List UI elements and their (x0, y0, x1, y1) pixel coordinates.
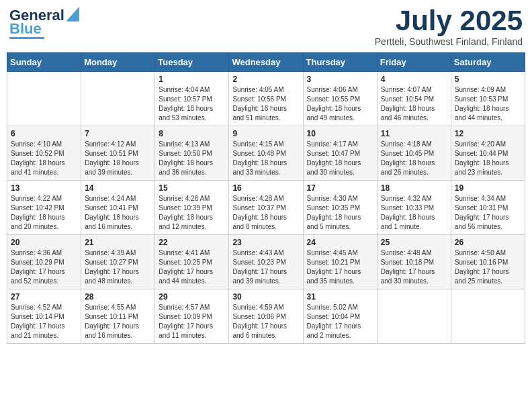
calendar-cell: 28Sunrise: 4:55 AM Sunset: 10:11 PM Dayl… (81, 289, 155, 344)
day-info: Sunrise: 4:22 AM Sunset: 10:42 PM Daylig… (11, 194, 77, 232)
day-number: 5 (455, 75, 521, 84)
day-info: Sunrise: 4:57 AM Sunset: 10:09 PM Daylig… (159, 303, 225, 340)
logo: General Blue (9, 7, 79, 39)
calendar-cell: 27Sunrise: 4:52 AM Sunset: 10:14 PM Dayl… (7, 289, 81, 344)
day-number: 15 (159, 183, 225, 193)
calendar-week-1: 1Sunrise: 4:04 AM Sunset: 10:57 PM Dayli… (7, 72, 525, 126)
day-number: 23 (232, 238, 299, 247)
calendar-cell: 14Sunrise: 4:24 AM Sunset: 10:41 PM Dayl… (81, 181, 155, 235)
column-header-tuesday: Tuesday (155, 53, 229, 72)
day-info: Sunrise: 4:12 AM Sunset: 10:51 PM Daylig… (85, 140, 151, 177)
day-info: Sunrise: 4:05 AM Sunset: 10:56 PM Daylig… (232, 85, 299, 123)
day-number: 10 (307, 129, 373, 138)
calendar-cell: 11Sunrise: 4:18 AM Sunset: 10:45 PM Dayl… (377, 126, 451, 181)
title-area: July 2025 Pertteli, Southwest Finland, F… (375, 7, 523, 47)
calendar-week-2: 6Sunrise: 4:10 AM Sunset: 10:52 PM Dayli… (7, 126, 525, 181)
calendar-cell: 12Sunrise: 4:20 AM Sunset: 10:44 PM Dayl… (451, 126, 525, 181)
calendar-cell (451, 289, 525, 344)
calendar-cell: 5Sunrise: 4:09 AM Sunset: 10:53 PM Dayli… (451, 72, 525, 126)
logo-blue-text: Blue (9, 21, 42, 36)
calendar-cell: 13Sunrise: 4:22 AM Sunset: 10:42 PM Dayl… (7, 181, 81, 235)
day-number: 28 (85, 292, 151, 302)
calendar-cell: 24Sunrise: 4:45 AM Sunset: 10:21 PM Dayl… (303, 235, 377, 289)
logo-line (9, 37, 44, 39)
day-number: 31 (307, 292, 373, 302)
calendar-cell: 20Sunrise: 4:36 AM Sunset: 10:29 PM Dayl… (7, 235, 81, 289)
day-number: 14 (85, 183, 151, 193)
calendar-cell (377, 289, 451, 344)
day-info: Sunrise: 4:32 AM Sunset: 10:33 PM Daylig… (381, 194, 447, 232)
svg-marker-0 (66, 7, 79, 21)
day-info: Sunrise: 4:39 AM Sunset: 10:27 PM Daylig… (85, 248, 151, 286)
day-info: Sunrise: 4:28 AM Sunset: 10:37 PM Daylig… (232, 194, 299, 232)
day-info: Sunrise: 4:36 AM Sunset: 10:29 PM Daylig… (11, 248, 77, 286)
day-info: Sunrise: 4:52 AM Sunset: 10:14 PM Daylig… (11, 303, 77, 340)
calendar-cell: 9Sunrise: 4:15 AM Sunset: 10:48 PM Dayli… (229, 126, 303, 181)
calendar-cell: 10Sunrise: 4:17 AM Sunset: 10:47 PM Dayl… (303, 126, 377, 181)
day-number: 13 (11, 183, 77, 193)
day-info: Sunrise: 5:02 AM Sunset: 10:04 PM Daylig… (307, 303, 373, 340)
day-number: 1 (159, 75, 225, 84)
calendar-cell: 18Sunrise: 4:32 AM Sunset: 10:33 PM Dayl… (377, 181, 451, 235)
calendar-cell: 17Sunrise: 4:30 AM Sunset: 10:35 PM Dayl… (303, 181, 377, 235)
day-number: 25 (381, 238, 447, 247)
calendar-cell: 1Sunrise: 4:04 AM Sunset: 10:57 PM Dayli… (155, 72, 229, 126)
month-title: July 2025 (375, 7, 523, 35)
day-number: 11 (381, 129, 447, 138)
calendar-cell: 22Sunrise: 4:41 AM Sunset: 10:25 PM Dayl… (155, 235, 229, 289)
day-number: 21 (85, 238, 151, 247)
day-info: Sunrise: 4:43 AM Sunset: 10:23 PM Daylig… (232, 248, 299, 286)
day-info: Sunrise: 4:41 AM Sunset: 10:25 PM Daylig… (159, 248, 225, 286)
location-subtitle: Pertteli, Southwest Finland, Finland (375, 36, 523, 47)
day-number: 26 (455, 238, 521, 247)
day-info: Sunrise: 4:07 AM Sunset: 10:54 PM Daylig… (381, 85, 447, 123)
calendar-week-3: 13Sunrise: 4:22 AM Sunset: 10:42 PM Dayl… (7, 181, 525, 235)
calendar-cell: 7Sunrise: 4:12 AM Sunset: 10:51 PM Dayli… (81, 126, 155, 181)
day-number: 24 (307, 238, 373, 247)
day-info: Sunrise: 4:30 AM Sunset: 10:35 PM Daylig… (307, 194, 373, 232)
day-info: Sunrise: 4:20 AM Sunset: 10:44 PM Daylig… (455, 140, 521, 177)
calendar-cell: 26Sunrise: 4:50 AM Sunset: 10:16 PM Dayl… (451, 235, 525, 289)
day-info: Sunrise: 4:18 AM Sunset: 10:45 PM Daylig… (381, 140, 447, 177)
day-number: 16 (232, 183, 299, 193)
day-info: Sunrise: 4:13 AM Sunset: 10:50 PM Daylig… (159, 140, 225, 177)
calendar-header-row: SundayMondayTuesdayWednesdayThursdayFrid… (7, 53, 525, 72)
column-header-thursday: Thursday (303, 53, 377, 72)
calendar-cell: 4Sunrise: 4:07 AM Sunset: 10:54 PM Dayli… (377, 72, 451, 126)
day-number: 12 (455, 129, 521, 138)
day-number: 2 (232, 75, 299, 84)
day-number: 29 (159, 292, 225, 302)
day-info: Sunrise: 4:15 AM Sunset: 10:48 PM Daylig… (232, 140, 299, 177)
column-header-sunday: Sunday (7, 53, 81, 72)
day-info: Sunrise: 4:34 AM Sunset: 10:31 PM Daylig… (455, 194, 521, 232)
day-info: Sunrise: 4:59 AM Sunset: 10:06 PM Daylig… (232, 303, 299, 340)
calendar-cell: 19Sunrise: 4:34 AM Sunset: 10:31 PM Dayl… (451, 181, 525, 235)
day-number: 4 (381, 75, 447, 84)
day-info: Sunrise: 4:48 AM Sunset: 10:18 PM Daylig… (381, 248, 447, 286)
calendar-table: SundayMondayTuesdayWednesdayThursdayFrid… (7, 52, 525, 344)
calendar-cell (7, 72, 81, 126)
day-number: 9 (232, 129, 299, 138)
day-info: Sunrise: 4:04 AM Sunset: 10:57 PM Daylig… (159, 85, 225, 123)
day-number: 30 (232, 292, 299, 302)
calendar-week-4: 20Sunrise: 4:36 AM Sunset: 10:29 PM Dayl… (7, 235, 525, 289)
column-header-friday: Friday (377, 53, 451, 72)
calendar-cell: 2Sunrise: 4:05 AM Sunset: 10:56 PM Dayli… (229, 72, 303, 126)
day-number: 20 (11, 238, 77, 247)
calendar-cell: 15Sunrise: 4:26 AM Sunset: 10:39 PM Dayl… (155, 181, 229, 235)
calendar-cell: 25Sunrise: 4:48 AM Sunset: 10:18 PM Dayl… (377, 235, 451, 289)
calendar-cell: 29Sunrise: 4:57 AM Sunset: 10:09 PM Dayl… (155, 289, 229, 344)
calendar-cell: 21Sunrise: 4:39 AM Sunset: 10:27 PM Dayl… (81, 235, 155, 289)
column-header-wednesday: Wednesday (229, 53, 303, 72)
day-info: Sunrise: 4:06 AM Sunset: 10:55 PM Daylig… (307, 85, 373, 123)
day-info: Sunrise: 4:45 AM Sunset: 10:21 PM Daylig… (307, 248, 373, 286)
day-info: Sunrise: 4:50 AM Sunset: 10:16 PM Daylig… (455, 248, 521, 286)
page-header: General Blue July 2025 Pertteli, Southwe… (7, 7, 525, 47)
day-number: 7 (85, 129, 151, 138)
day-number: 6 (11, 129, 77, 138)
day-info: Sunrise: 4:24 AM Sunset: 10:41 PM Daylig… (85, 194, 151, 232)
calendar-cell (81, 72, 155, 126)
calendar-cell: 23Sunrise: 4:43 AM Sunset: 10:23 PM Dayl… (229, 235, 303, 289)
day-number: 22 (159, 238, 225, 247)
day-number: 3 (307, 75, 373, 84)
